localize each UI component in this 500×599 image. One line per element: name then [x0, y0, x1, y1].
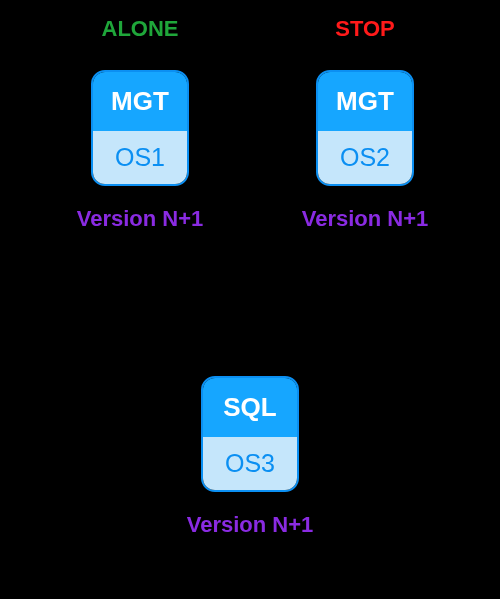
service-label: SQL	[203, 378, 297, 437]
service-box: MGT OS2	[316, 70, 414, 186]
service-label: MGT	[318, 72, 412, 131]
os-label: OS1	[93, 131, 187, 184]
service-box: SQL OS3	[201, 376, 299, 492]
version-label: Version N+1	[55, 206, 225, 232]
node-mgt-os2: STOP MGT OS2 Version N+1	[280, 16, 450, 232]
node-mgt-os1: ALONE MGT OS1 Version N+1	[55, 16, 225, 232]
status-label: ALONE	[55, 16, 225, 44]
status-label: STOP	[280, 16, 450, 44]
os-label: OS3	[203, 437, 297, 490]
service-box: MGT OS1	[91, 70, 189, 186]
version-label: Version N+1	[165, 512, 335, 538]
service-label: MGT	[93, 72, 187, 131]
node-sql-os3: SQL OS3 Version N+1	[165, 322, 335, 538]
os-label: OS2	[318, 131, 412, 184]
version-label: Version N+1	[280, 206, 450, 232]
